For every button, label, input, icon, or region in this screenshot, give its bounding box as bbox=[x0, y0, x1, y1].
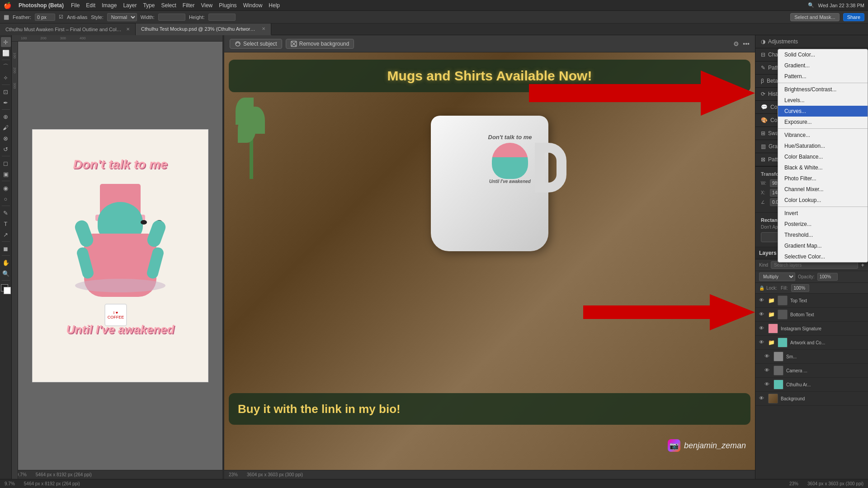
share-button[interactable]: Share bbox=[843, 13, 864, 21]
ctx-hue-sat[interactable]: Hue/Saturation... bbox=[778, 141, 868, 151]
menu-type[interactable]: Type bbox=[143, 2, 155, 9]
select-and-mask-button[interactable]: Select and Mask... bbox=[790, 13, 840, 21]
menu-help[interactable]: Help bbox=[269, 2, 280, 9]
lock-icon[interactable]: 🔒 bbox=[759, 286, 764, 291]
layer-vis-bottom-text[interactable]: 👁 bbox=[759, 311, 765, 318]
layer-vis-top-text[interactable]: 👁 bbox=[759, 297, 765, 304]
layer-cthulhu[interactable]: 👁 Cthulhu Ar... bbox=[755, 378, 868, 392]
tool-sep-8 bbox=[2, 255, 10, 256]
w-label: W: bbox=[761, 181, 767, 186]
layer-top-text[interactable]: 👁 📁 Top Text bbox=[755, 294, 868, 308]
tool-clone[interactable]: ⊗ bbox=[1, 133, 11, 143]
search-icon[interactable]: 🔍 bbox=[808, 2, 814, 8]
layer-vis-insta[interactable]: 👁 bbox=[759, 325, 765, 332]
tool-lasso[interactable]: ⌒ bbox=[1, 62, 11, 72]
opacity-input[interactable] bbox=[817, 273, 838, 281]
tool-move[interactable]: ✛ bbox=[1, 37, 11, 47]
ctx-vibrance[interactable]: Vibrance... bbox=[778, 130, 868, 141]
menu-view[interactable]: View bbox=[201, 2, 212, 9]
tool-text[interactable]: T bbox=[1, 219, 11, 229]
ctx-pattern[interactable]: Pattern... bbox=[778, 71, 868, 82]
tool-eraser[interactable]: ◻ bbox=[1, 158, 11, 168]
ctx-levels[interactable]: Levels... bbox=[778, 95, 868, 106]
ctx-invert[interactable]: Invert bbox=[778, 208, 868, 219]
tool-dodge[interactable]: ○ bbox=[1, 194, 11, 204]
tool-brush[interactable]: 🖌 bbox=[1, 122, 11, 132]
layer-vis-cthulhu[interactable]: 👁 bbox=[764, 381, 771, 388]
mug-cthulhu bbox=[492, 143, 528, 179]
layer-vis-bg[interactable]: 👁 bbox=[759, 395, 765, 402]
ctx-gradient[interactable]: Gradient... bbox=[778, 60, 868, 71]
fill-input[interactable] bbox=[791, 284, 809, 292]
tab-2-close[interactable]: ✕ bbox=[262, 26, 265, 31]
remove-background-button[interactable]: Remove background bbox=[286, 39, 354, 49]
ctx-channel-mixer[interactable]: Channel Mixer... bbox=[778, 184, 868, 195]
right-canvas-area[interactable]: Mugs and Shirts Available Now! Don't bbox=[224, 52, 755, 470]
layer-instagram-sig[interactable]: 👁 Instagram Signature bbox=[755, 322, 868, 336]
layer-vis-sm[interactable]: 👁 bbox=[764, 353, 771, 360]
menu-file[interactable]: File bbox=[71, 2, 80, 9]
ctx-gradient-map[interactable]: Gradient Map... bbox=[778, 240, 868, 251]
layer-bottom-text[interactable]: 👁 📁 Bottom Text bbox=[755, 308, 868, 322]
select-subject-button[interactable]: Select subject bbox=[230, 39, 282, 49]
layer-sm[interactable]: 👁 Sm... bbox=[755, 350, 868, 364]
ctx-exposure[interactable]: Exposure... bbox=[778, 117, 868, 127]
tool-hand[interactable]: ✋ bbox=[1, 258, 11, 267]
tool-pen[interactable]: ✎ bbox=[1, 208, 11, 218]
layer-new-icon[interactable]: + bbox=[861, 262, 864, 268]
ctx-color-balance[interactable]: Color Balance... bbox=[778, 151, 868, 162]
tool-magic-wand[interactable]: ✧ bbox=[1, 73, 11, 83]
menu-select[interactable]: Select bbox=[161, 2, 176, 9]
layer-vis-artwork[interactable]: 👁 bbox=[759, 339, 765, 346]
anti-alias-check[interactable]: ☑ bbox=[59, 14, 63, 20]
app-name: Photoshop (Beta) bbox=[19, 2, 64, 9]
feather-input[interactable] bbox=[35, 14, 55, 21]
ctx-posterize[interactable]: Posterize... bbox=[778, 219, 868, 230]
refine-edge-icon[interactable]: ⚙ bbox=[733, 40, 739, 47]
ctx-photo-filter[interactable]: Photo Filter... bbox=[778, 173, 868, 184]
height-input[interactable] bbox=[208, 14, 236, 21]
ctx-solid-color[interactable]: Solid Color... bbox=[778, 49, 868, 60]
menu-image[interactable]: Image bbox=[102, 2, 117, 9]
ctx-threshold[interactable]: Threshold... bbox=[778, 230, 868, 240]
tab-2[interactable]: Cthulhu Test Mockup.psd @ 23% (Cthulhu A… bbox=[136, 23, 271, 35]
tool-healing[interactable]: ⊕ bbox=[1, 112, 11, 122]
panel-tab-adjustments[interactable]: ◑ Adjustments bbox=[755, 35, 868, 48]
ctx-color-lookup[interactable]: Color Lookup... bbox=[778, 195, 868, 206]
layer-background[interactable]: 👁 Background bbox=[755, 392, 868, 406]
ctx-bw[interactable]: Black & White... bbox=[778, 162, 868, 173]
apple-logo: 🍎 bbox=[4, 2, 11, 9]
menu-layer[interactable]: Layer bbox=[123, 2, 137, 9]
menu-edit[interactable]: Edit bbox=[86, 2, 95, 9]
left-artwork-area[interactable]: I ♥COFFEE Don't talk to me Until I've aw… bbox=[18, 42, 222, 470]
tool-gradient[interactable]: ▣ bbox=[1, 169, 11, 179]
menu-plugins[interactable]: Plugins bbox=[219, 2, 236, 9]
tool-history-brush[interactable]: ↺ bbox=[1, 144, 11, 154]
tool-marquee[interactable]: ⬜ bbox=[1, 48, 11, 58]
tool-path-select[interactable]: ↗ bbox=[1, 230, 11, 239]
ctx-selective-color[interactable]: Selective Color... bbox=[778, 251, 868, 262]
tool-zoom[interactable]: 🔍 bbox=[1, 268, 11, 278]
left-canvas-content[interactable]: I ♥COFFEE Don't talk to me Until I've aw… bbox=[18, 42, 222, 470]
tab-1-close[interactable]: ✕ bbox=[126, 27, 130, 32]
tool-crop[interactable]: ⊡ bbox=[1, 87, 11, 97]
tool-blur[interactable]: ◉ bbox=[1, 183, 11, 193]
tool-icon-select[interactable]: ▦ bbox=[4, 14, 9, 20]
menu-window[interactable]: Window bbox=[243, 2, 263, 9]
layer-camera[interactable]: 👁 Camera ... bbox=[755, 364, 868, 378]
layer-vis-camera[interactable]: 👁 bbox=[764, 367, 771, 374]
style-select[interactable]: Normal bbox=[107, 13, 137, 21]
menu-filter[interactable]: Filter bbox=[183, 2, 195, 9]
layer-artwork-group[interactable]: 👁 📁 Artwork and Co... bbox=[755, 336, 868, 350]
tool-eyedropper[interactable]: ✒ bbox=[1, 98, 11, 108]
width-input[interactable] bbox=[158, 14, 185, 21]
more-options-icon[interactable]: ••• bbox=[743, 40, 750, 47]
select-subject-icon bbox=[235, 41, 241, 47]
tab-1[interactable]: Cthulhu Must Awaken First – Final Outlin… bbox=[0, 23, 136, 35]
ctx-brightness[interactable]: Brightness/Contrast... bbox=[778, 84, 868, 95]
ctx-curves[interactable]: Curves... bbox=[778, 106, 868, 117]
tool-shape[interactable]: ◼ bbox=[1, 244, 11, 253]
foreground-color[interactable] bbox=[1, 284, 11, 294]
blend-mode-select[interactable]: Multiply bbox=[759, 272, 795, 281]
mug-handle bbox=[535, 143, 566, 192]
